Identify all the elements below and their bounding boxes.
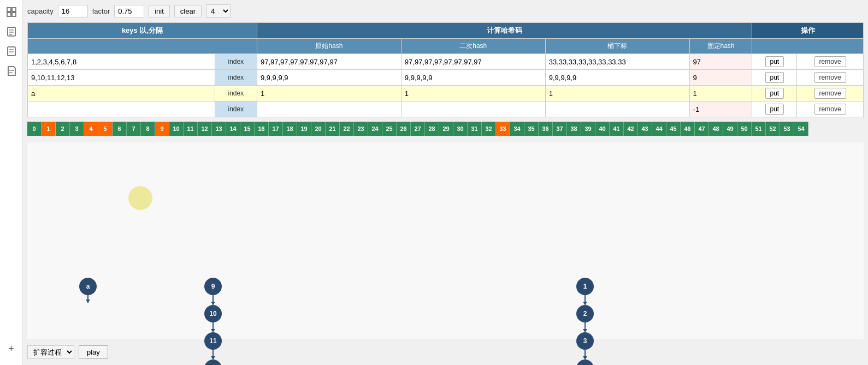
put-button-1[interactable]: put (765, 72, 784, 83)
bucket-idx-cell-0: 33,33,33,33,33,33,33,33 (545, 54, 689, 70)
add-button[interactable]: + (4, 341, 19, 356)
bucket-cell-17: 17 (269, 122, 283, 136)
bucket-cell-14: 14 (226, 122, 240, 136)
bucket-cell-45: 45 (666, 122, 681, 136)
svg-rect-8 (8, 47, 15, 56)
bucket-cell-24: 24 (368, 122, 382, 136)
fixed-hash-cell-0: 97 (689, 54, 752, 70)
bucket-cell-52: 52 (766, 122, 780, 136)
bucket-cell-54: 54 (794, 122, 808, 136)
keys-cell-1[interactable] (28, 70, 215, 86)
node-arrow-10 (212, 322, 214, 332)
bucket-cell-3: 3 (70, 122, 84, 136)
node-arrow-1 (584, 295, 586, 305)
index-cell-0: index (215, 54, 257, 70)
calc-header: 计算哈希码 (257, 23, 752, 39)
orig-hash-cell-3 (257, 101, 401, 117)
sec-hash-header: 二次hash (401, 39, 545, 54)
bucket-cell-20: 20 (311, 122, 326, 136)
factor-input[interactable] (114, 5, 144, 17)
sec-hash-cell-1: 9,9,9,9,9 (401, 70, 545, 86)
svg-rect-4 (8, 27, 15, 36)
sidebar-icon-grid[interactable] (4, 4, 19, 20)
bucket-cell-22: 22 (340, 122, 354, 136)
clear-button[interactable]: clear (174, 5, 202, 17)
keys-input-3[interactable] (31, 105, 211, 113)
bucket-cell-29: 29 (439, 122, 453, 136)
bucket-cell-28: 28 (425, 122, 439, 136)
remove-button-1[interactable]: remove (814, 72, 846, 83)
put-button-2[interactable]: put (765, 88, 784, 99)
keys-cell-2[interactable] (28, 86, 215, 101)
bucket-cell-47: 47 (695, 122, 709, 136)
svg-rect-1 (12, 8, 16, 11)
bucket-cell-51: 51 (752, 122, 766, 136)
node-arrow-a (87, 295, 88, 303)
remove-button-3[interactable]: remove (814, 104, 846, 115)
bottom-toolbar: 扩容过程 play (27, 345, 864, 359)
remove-button-0[interactable]: remove (814, 56, 846, 67)
bucket-cell-49: 49 (723, 122, 737, 136)
sidebar-icon-file3[interactable] (4, 63, 19, 79)
viz-area: a91011121312345678 (27, 142, 864, 339)
bucket-cell-53: 53 (780, 122, 794, 136)
node-11: 11 (204, 332, 222, 350)
bucket-cell-15: 15 (240, 122, 255, 136)
fixed-hash-cell-2: 1 (689, 86, 752, 101)
node-9: 9 (204, 278, 222, 295)
keys-input-1[interactable] (31, 74, 211, 82)
bucket-cell-16: 16 (255, 122, 269, 136)
empty-sub (28, 39, 257, 54)
bucket-idx-cell-2: 1 (545, 86, 689, 101)
bucket-cell-39: 39 (581, 122, 595, 136)
bucket-cell-9: 9 (155, 122, 169, 136)
bucket-cell-11: 11 (184, 122, 198, 136)
bucket-idx-cell-1: 9,9,9,9,9 (545, 70, 689, 86)
bucket-idx-cell-3 (545, 101, 689, 117)
index-cell-3: index (215, 101, 257, 117)
op-cell-1: put (752, 70, 797, 86)
svg-rect-3 (12, 13, 16, 16)
keys-cell-0[interactable] (28, 54, 215, 70)
bucket-cell-12: 12 (198, 122, 212, 136)
node-arrow-9 (212, 295, 214, 305)
node-2: 2 (576, 305, 594, 322)
expand-select[interactable]: 扩容过程 (27, 345, 74, 359)
bucket-cell-46: 46 (681, 122, 695, 136)
bucket-cell-36: 36 (539, 122, 553, 136)
put-button-0[interactable]: put (765, 56, 784, 67)
sidebar-icon-file1[interactable] (4, 24, 19, 39)
node-chain: 12345678 (576, 278, 594, 365)
node-4: 4 (576, 360, 594, 365)
bucket-cell-33: 33 (496, 122, 510, 136)
op-cell-3: put (752, 101, 797, 117)
op-cell-0: put (752, 54, 797, 70)
orig-hash-cell-1: 9,9,9,9,9 (257, 70, 401, 86)
size-select[interactable]: 4 8 16 32 (206, 4, 231, 18)
keys-input-2[interactable] (31, 89, 211, 98)
node-arrow-3 (584, 350, 586, 360)
orig-hash-cell-2: 1 (257, 86, 401, 101)
init-button[interactable]: init (149, 5, 170, 17)
bucket-cell-18: 18 (283, 122, 297, 136)
keys-cell-3[interactable] (28, 101, 215, 117)
put-button-3[interactable]: put (765, 104, 784, 115)
bucket-cell-25: 25 (382, 122, 397, 136)
bucket-cell-48: 48 (709, 122, 723, 136)
orig-hash-cell-0: 97,97,97,97,97,97,97,97 (257, 54, 401, 70)
remove-cell-3: remove (797, 101, 864, 117)
capacity-input[interactable] (58, 5, 88, 17)
sidebar-icon-file2[interactable] (4, 44, 19, 59)
node-1: 1 (576, 278, 594, 295)
bucket-cell-37: 37 (553, 122, 567, 136)
table-row: index 97,97,97,97,97,97,97,97 97,97,97,9… (28, 54, 864, 70)
svg-rect-0 (7, 8, 11, 11)
sec-hash-cell-0: 97,97,97,97,97,97,97,97 (401, 54, 545, 70)
table-row: index 1 1 1 1 put remove (28, 86, 864, 101)
play-button[interactable]: play (79, 345, 108, 359)
bucket-cell-8: 8 (141, 122, 155, 136)
keys-input-0[interactable] (31, 58, 211, 66)
remove-button-2[interactable]: remove (814, 88, 846, 99)
bucket-cell-32: 32 (482, 122, 496, 136)
bucket-idx-header: 桶下标 (545, 39, 689, 54)
